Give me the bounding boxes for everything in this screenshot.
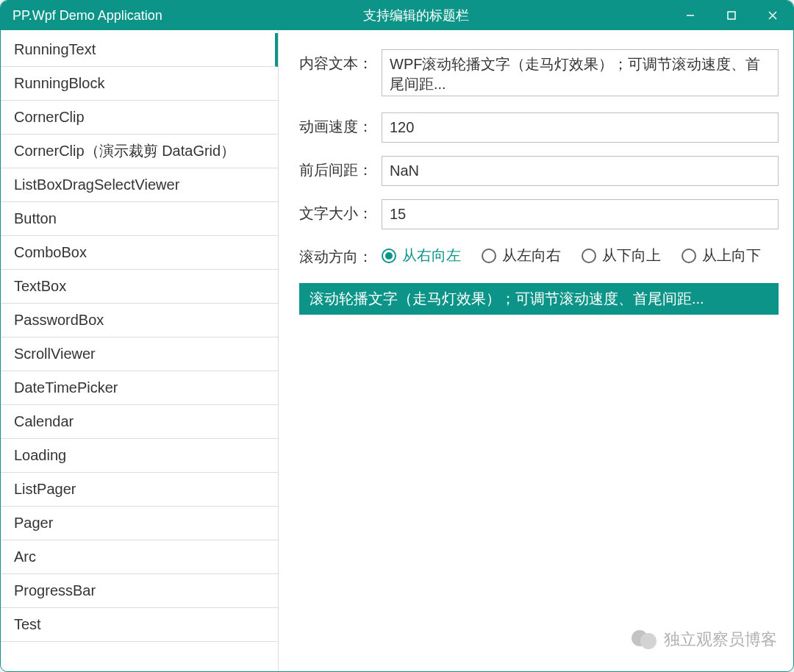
sidebar-item-label: Calendar: [14, 413, 74, 430]
sidebar-item-label: ProgressBar: [14, 582, 96, 599]
sidebar-item-label: DateTimePicker: [14, 379, 118, 396]
sidebar-item[interactable]: CornerClip: [1, 101, 278, 135]
radio-option-label: 从下向上: [602, 246, 661, 265]
window-controls: [670, 1, 793, 30]
sidebar-item[interactable]: PasswordBox: [1, 304, 278, 337]
sidebar-item-label: PasswordBox: [14, 312, 104, 329]
sidebar-item-label: ScrollViewer: [14, 346, 96, 362]
watermark-text: 独立观察员博客: [664, 629, 777, 651]
radio-option-label: 从上向下: [702, 246, 761, 265]
radio-option-direction[interactable]: 从下向上: [582, 246, 661, 265]
wechat-icon: [632, 627, 657, 652]
sidebar-item-label: CornerClip（演示裁剪 DataGrid）: [14, 141, 235, 161]
sidebar-item-label: ComboBox: [14, 244, 87, 261]
radio-group-direction: 从右向左从左向右从下向上从上向下: [382, 243, 761, 265]
sidebar-item-label: ListPager: [14, 481, 76, 498]
sidebar-item[interactable]: Test: [1, 608, 278, 642]
radio-option-direction[interactable]: 从上向下: [682, 246, 761, 265]
running-text-preview: 滚动轮播文字（走马灯效果）；可调节滚动速度、首尾间距...: [299, 283, 779, 315]
sidebar-item[interactable]: RunningBlock: [1, 67, 278, 101]
app-window: PP.Wpf Demo Application 支持编辑的标题栏 Running…: [0, 0, 794, 672]
sidebar-item[interactable]: Button: [1, 202, 278, 236]
row-speed: 动画速度：: [299, 112, 779, 143]
maximize-icon: [726, 10, 737, 21]
sidebar-item-label: Pager: [14, 515, 53, 532]
input-spacing[interactable]: [382, 156, 779, 186]
label-spacing: 前后间距：: [299, 156, 373, 180]
body: RunningTextRunningBlockCornerClipCornerC…: [1, 30, 793, 671]
sidebar-item[interactable]: DateTimePicker: [1, 371, 278, 405]
sidebar-item-label: RunningText: [14, 41, 96, 58]
sidebar-item[interactable]: TextBox: [1, 270, 278, 304]
label-font-size: 文字大小：: [299, 199, 373, 224]
minimize-button[interactable]: [670, 1, 711, 30]
sidebar-item[interactable]: Arc: [1, 540, 278, 574]
sidebar-item[interactable]: ScrollViewer: [1, 337, 278, 371]
row-content-text: 内容文本：: [299, 49, 779, 99]
row-font-size: 文字大小：: [299, 199, 779, 229]
row-spacing: 前后间距：: [299, 156, 779, 186]
sidebar-item-label: Test: [14, 616, 41, 633]
close-icon: [768, 10, 778, 21]
input-font-size[interactable]: [382, 199, 779, 229]
sidebar-item[interactable]: Loading: [1, 439, 278, 473]
sidebar-item[interactable]: ProgressBar: [1, 574, 278, 608]
svg-rect-1: [728, 12, 735, 19]
sidebar-item[interactable]: Calendar: [1, 405, 278, 439]
main-panel: 内容文本： 动画速度： 前后间距： 文字大小：: [279, 30, 793, 671]
radio-option-direction[interactable]: 从右向左: [382, 246, 461, 265]
radio-icon: [682, 249, 696, 263]
sidebar-item-label: Arc: [14, 548, 36, 565]
radio-icon: [382, 249, 396, 263]
radio-option-direction[interactable]: 从左向右: [482, 246, 561, 265]
label-direction: 滚动方向：: [299, 243, 373, 267]
close-button[interactable]: [752, 1, 793, 30]
sidebar-item-label: ListBoxDragSelectViewer: [14, 176, 179, 193]
label-speed: 动画速度：: [299, 112, 373, 137]
radio-icon: [482, 249, 496, 263]
titlebar: PP.Wpf Demo Application 支持编辑的标题栏: [1, 1, 793, 30]
input-speed[interactable]: [382, 112, 779, 143]
input-content-text[interactable]: [382, 49, 779, 96]
titlebar-editable-title[interactable]: 支持编辑的标题栏: [162, 7, 670, 24]
label-content-text: 内容文本：: [299, 49, 373, 74]
sidebar-item-label: Loading: [14, 447, 66, 464]
sidebar-item-label: TextBox: [14, 278, 66, 295]
sidebar-item[interactable]: Pager: [1, 507, 278, 540]
sidebar-item-label: Button: [14, 210, 57, 227]
maximize-button[interactable]: [711, 1, 752, 30]
watermark: 独立观察员博客: [632, 627, 777, 652]
sidebar-item[interactable]: ListBoxDragSelectViewer: [1, 168, 278, 202]
radio-icon: [582, 249, 596, 263]
sidebar-item-label: RunningBlock: [14, 75, 104, 92]
sidebar-item[interactable]: RunningText: [1, 33, 278, 67]
sidebar-item[interactable]: CornerClip（演示裁剪 DataGrid）: [1, 135, 278, 168]
sidebar-item-label: CornerClip: [14, 109, 85, 126]
radio-option-label: 从右向左: [402, 246, 461, 265]
app-title: PP.Wpf Demo Application: [1, 8, 162, 24]
row-direction: 滚动方向： 从右向左从左向右从下向上从上向下: [299, 243, 779, 267]
minimize-icon: [685, 10, 695, 21]
sidebar-item[interactable]: ListPager: [1, 473, 278, 507]
sidebar-item[interactable]: ComboBox: [1, 236, 278, 270]
sidebar: RunningTextRunningBlockCornerClipCornerC…: [1, 30, 279, 671]
radio-option-label: 从左向右: [502, 246, 561, 265]
